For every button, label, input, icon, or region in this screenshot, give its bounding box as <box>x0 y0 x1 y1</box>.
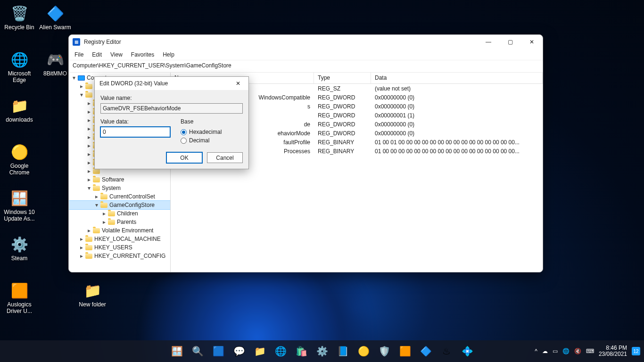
desktop-icon[interactable]: 🌐Microsoft Edge <box>1 49 37 83</box>
address-bar[interactable]: Computer\HKEY_CURRENT_USER\System\GameCo… <box>69 60 543 73</box>
tree-twisty-icon[interactable]: ▸ <box>86 108 92 115</box>
menu-item[interactable]: File <box>71 50 87 59</box>
tree-twisty-icon[interactable]: ▸ <box>78 244 85 251</box>
tree-twisty-icon[interactable]: ▸ <box>86 159 92 166</box>
taskbar-settings-icon[interactable]: ⚙️ <box>313 342 331 361</box>
tree-node[interactable]: ▸CurrentControlSet <box>69 192 170 201</box>
tree-twisty-icon[interactable]: ▸ <box>86 176 92 183</box>
folder-icon <box>85 91 92 99</box>
tree-node[interactable]: ▸Children <box>69 209 170 218</box>
desktop-icon[interactable]: 🎮8BitMMO <box>37 49 73 77</box>
desktop-icon[interactable]: 🗑️Recycle Bin <box>1 3 37 31</box>
tree-twisty-icon[interactable]: ▸ <box>93 193 100 200</box>
radio-hexadecimal[interactable]: Hexadecimal <box>181 129 243 135</box>
notification-badge[interactable]: 12 <box>632 347 640 355</box>
menu-item[interactable]: Edit <box>88 50 106 59</box>
desktop-icon[interactable]: 🟧Auslogics Driver U... <box>1 280 37 314</box>
tree-twisty-icon[interactable]: ▾ <box>86 185 92 191</box>
taskbar-widgets-icon[interactable]: 🟦 <box>209 342 228 361</box>
tree-twisty-icon[interactable]: ▸ <box>78 236 85 242</box>
taskbar-brave-icon[interactable]: 🟧 <box>396 342 414 361</box>
taskbar-edge-icon[interactable]: 🌐 <box>271 342 290 361</box>
cell-type: REG_BINARY <box>314 139 371 146</box>
desktop-icon[interactable]: 🟡Google Chrome <box>1 141 37 176</box>
taskbar-clock[interactable]: 8:46 PM 23/08/2021 <box>599 345 627 357</box>
folder-icon <box>100 201 107 209</box>
tray-chevron-icon[interactable]: ^ <box>535 348 537 354</box>
taskbar-security-icon[interactable]: 🛡️ <box>375 342 394 361</box>
taskbar-explorer-icon[interactable]: 📁 <box>250 342 269 361</box>
tree-twisty-icon[interactable]: ▸ <box>86 100 92 107</box>
desktop-icon-glyph: 🟧 <box>9 280 30 301</box>
menu-item[interactable]: Favorites <box>127 50 158 59</box>
menu-item[interactable]: Help <box>159 50 178 59</box>
radio-hex-label: Hexadecimal <box>189 129 222 135</box>
cell-data: 0x00000000 (0) <box>371 94 543 101</box>
tray-volume-icon[interactable]: 🔇 <box>574 348 581 354</box>
desktop-icon-label: Windows 10 Update As... <box>1 209 37 222</box>
folder-icon <box>92 176 100 183</box>
window-title: Registry Editor <box>84 39 478 45</box>
radio-decimal[interactable]: Decimal <box>181 137 243 144</box>
taskbar-alien-icon[interactable]: 🔷 <box>416 342 435 361</box>
tree-twisty-icon[interactable]: ▸ <box>78 83 85 90</box>
tree-twisty-icon[interactable]: ▸ <box>86 142 92 149</box>
tree-node[interactable]: ▸Parents <box>69 218 170 226</box>
tray-battery-icon[interactable]: ▭ <box>553 348 558 354</box>
ok-button[interactable]: OK <box>166 152 202 163</box>
taskbar-chat-icon[interactable]: 💬 <box>230 342 248 361</box>
close-button[interactable]: ✕ <box>521 35 543 49</box>
taskbar-app-icon[interactable]: 💠 <box>458 342 477 361</box>
col-type[interactable]: Type <box>314 73 371 83</box>
taskbar-word-icon[interactable]: 📘 <box>333 342 352 361</box>
tree-node[interactable]: ▸HKEY_CURRENT_CONFIG <box>69 252 170 260</box>
taskbar-chrome-icon[interactable]: 🟡 <box>354 342 373 361</box>
taskbar-steam-icon[interactable]: ♨ <box>437 342 456 361</box>
menu-item[interactable]: View <box>107 50 126 59</box>
tray-network-icon[interactable]: 🌐 <box>562 348 570 354</box>
tree-twisty-icon[interactable]: ▸ <box>86 125 92 132</box>
dialog-close-button[interactable]: ✕ <box>229 77 248 90</box>
desktop-icon-glyph: 🌐 <box>9 49 30 70</box>
titlebar[interactable]: ▦ Registry Editor — ▢ ✕ <box>69 35 543 49</box>
desktop-icon-glyph: 📁 <box>82 280 103 301</box>
value-name-input[interactable] <box>100 103 243 114</box>
tree-twisty-icon[interactable]: ▾ <box>71 74 77 81</box>
tree-twisty-icon[interactable]: ▸ <box>101 219 107 225</box>
taskbar-store-icon[interactable]: 🛍️ <box>292 342 311 361</box>
desktop-icon[interactable]: 📁New folder <box>74 280 110 308</box>
desktop-icon[interactable]: 🔷Alien Swarm <box>37 3 73 31</box>
dialog-titlebar[interactable]: Edit DWORD (32-bit) Value ✕ <box>95 77 248 90</box>
tree-twisty-icon[interactable]: ▸ <box>86 151 92 157</box>
taskbar-start-icon[interactable]: 🪟 <box>167 342 186 361</box>
tray-keyboard-icon[interactable]: ⌨ <box>586 348 594 354</box>
desktop-icon[interactable]: 🪟Windows 10 Update As... <box>1 188 37 222</box>
tree-node[interactable]: ▸Software <box>69 175 170 184</box>
tree-twisty-icon[interactable]: ▸ <box>86 168 92 174</box>
minimize-button[interactable]: — <box>478 35 499 49</box>
cancel-button[interactable]: Cancel <box>207 152 243 163</box>
cell-type: REG_DWORD <box>314 130 371 137</box>
tree-node[interactable]: ▾System <box>69 184 170 192</box>
tree-twisty-icon[interactable]: ▾ <box>93 202 100 208</box>
tree-node[interactable]: ▾GameConfigStore <box>69 201 170 209</box>
value-data-input[interactable] <box>100 127 170 137</box>
tree-node[interactable]: ▸HKEY_USERS <box>69 243 170 252</box>
tree-twisty-icon[interactable]: ▸ <box>78 253 85 259</box>
tree-twisty-icon[interactable]: ▸ <box>101 210 107 217</box>
tree-twisty-icon[interactable]: ▸ <box>86 117 92 123</box>
desktop-icon[interactable]: 📁downloads <box>1 95 37 123</box>
cell-data: 0x00000000 (0) <box>371 121 543 128</box>
system-tray[interactable]: ^ ☁ ▭ 🌐 🔇 ⌨ 8:46 PM 23/08/2021 12 <box>535 345 640 357</box>
desktop-icon[interactable]: ⚙️Steam <box>1 234 37 262</box>
taskbar[interactable]: 🪟🔍🟦💬📁🌐🛍️⚙️📘🟡🛡️🟧🔷♨💠 ^ ☁ ▭ 🌐 🔇 ⌨ 8:46 PM 2… <box>0 340 644 362</box>
tree-twisty-icon[interactable]: ▸ <box>86 134 92 140</box>
tree-twisty-icon[interactable]: ▾ <box>78 91 85 98</box>
tree-twisty-icon[interactable]: ▸ <box>86 227 92 234</box>
tree-node[interactable]: ▸Volatile Environment <box>69 226 170 235</box>
taskbar-search-icon[interactable]: 🔍 <box>188 342 207 361</box>
maximize-button[interactable]: ▢ <box>499 35 521 49</box>
tray-cloud-icon[interactable]: ☁ <box>542 348 548 354</box>
col-data[interactable]: Data <box>371 73 543 83</box>
tree-node[interactable]: ▸HKEY_LOCAL_MACHINE <box>69 235 170 243</box>
